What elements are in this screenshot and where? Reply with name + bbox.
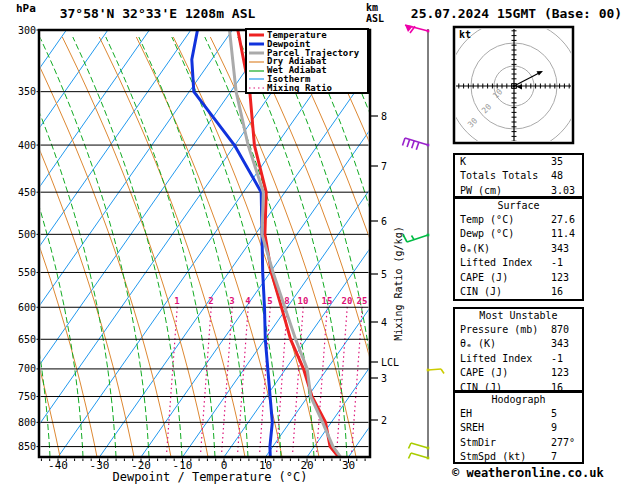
- table-row: Pressure (mb)870: [455, 323, 582, 337]
- wind-barb-barb40: [403, 138, 430, 150]
- pressure-tick-label: 850: [18, 441, 36, 452]
- mixing-ratio-value: 10: [298, 296, 309, 306]
- wet-adiabat-line: [205, 37, 314, 457]
- legend-item-label: Mixing Ratio: [267, 84, 332, 93]
- row-label: CAPE (J): [460, 272, 508, 283]
- km-tick-label: 4: [381, 317, 387, 328]
- row-label: SREH: [460, 422, 484, 433]
- wet-adiabat-line: [139, 37, 248, 457]
- row-label: Dewp (°C): [460, 228, 514, 239]
- table-row: K35: [455, 155, 582, 169]
- pressure-tick-label: 600: [18, 302, 36, 313]
- wet-adiabat-line: [40, 37, 149, 457]
- legend-line-sample: [249, 41, 264, 47]
- legend-line-sample: [249, 68, 264, 74]
- row-value: 123: [551, 366, 569, 380]
- lcl-label: LCL: [381, 357, 399, 368]
- skewt-sounding-page: { "header": { "pressure_unit": "hPa", "t…: [0, 0, 629, 486]
- dry-adiabat-line: [210, 37, 356, 457]
- row-label: Pressure (mb): [460, 324, 538, 335]
- wind-barb-barb15: [403, 234, 429, 242]
- indices-box: K35Totals Totals48PW (cm)3.03: [453, 153, 584, 198]
- legend-line-sample: [249, 59, 264, 65]
- table-row: StmSpd (kt)7: [455, 450, 582, 464]
- legend-line-sample: [249, 85, 264, 91]
- legend-line-sample: [249, 50, 264, 56]
- row-value: 48: [551, 169, 563, 183]
- dry-adiabat-line: [62, 37, 208, 457]
- row-label: Totals Totals: [460, 170, 538, 181]
- row-label: PW (cm): [460, 185, 502, 196]
- km-tick-label: 3: [381, 373, 387, 384]
- table-row: StmDir277°: [455, 436, 582, 450]
- chart-legend: TemperatureDewpointParcel TrajectoryDry …: [245, 28, 369, 94]
- row-label: CAPE (J): [460, 367, 508, 378]
- table-row: Temp (°C)27.6: [455, 213, 582, 227]
- row-label: Temp (°C): [460, 214, 514, 225]
- dry-adiabat-line: [321, 37, 467, 457]
- pressure-tick-label: 700: [18, 363, 36, 374]
- row-value: -1: [551, 352, 563, 366]
- table-row: CAPE (J)123: [455, 366, 582, 380]
- mixing-ratio-value: 5: [267, 296, 272, 306]
- table-row: Lifted Index-1: [455, 352, 582, 366]
- row-value: 277°: [551, 436, 575, 450]
- series-parcel-trajectory: [230, 30, 341, 457]
- indices-box-most-unstable: Most UnstablePressure (mb)870θₑ (K)343Li…: [453, 307, 584, 392]
- mixing-ratio-value: 15: [322, 296, 333, 306]
- row-value: 123: [551, 271, 569, 285]
- wind-barb-stub5: [409, 453, 430, 459]
- km-tick-label: 6: [381, 216, 387, 227]
- wind-barb-stubRight: [427, 369, 444, 374]
- dry-adiabat-line: [99, 37, 245, 457]
- row-value: 343: [551, 337, 569, 351]
- indices-box-hodograph: HodographEH5SREH9StmDir277°StmSpd (kt)7: [453, 391, 584, 464]
- row-value: 7: [551, 450, 557, 464]
- row-value: 27.6: [551, 213, 575, 227]
- pressure-tick-label: 300: [18, 25, 36, 36]
- indices-box-title: Surface: [455, 199, 582, 213]
- pressure-tick-label: 400: [18, 140, 36, 151]
- table-row: θₑ (K)343: [455, 337, 582, 351]
- wet-adiabat-line: [337, 37, 446, 457]
- row-label: Lifted Index: [460, 257, 532, 268]
- pressure-tick-label: 350: [18, 86, 36, 97]
- dry-adiabat-line: [0, 37, 97, 457]
- indices-box-title: Most Unstable: [455, 309, 582, 323]
- mixing-ratio-line: [167, 306, 178, 452]
- row-value: 343: [551, 242, 569, 256]
- row-label: θₑ(K): [460, 243, 490, 254]
- row-value: -1: [551, 256, 563, 270]
- km-tick-label: 5: [381, 269, 387, 280]
- mixing-ratio-value: 20: [342, 296, 353, 306]
- table-row: Dewp (°C)11.4: [455, 227, 582, 241]
- pressure-tick-label: 650: [18, 334, 36, 345]
- table-row: CIN (J)16: [455, 285, 582, 299]
- row-label: CIN (J): [460, 286, 502, 297]
- km-tick-label: 8: [381, 111, 387, 122]
- mixing-ratio-value: 4: [245, 296, 251, 306]
- km-tick-label: 7: [381, 161, 387, 172]
- row-value: 16: [551, 285, 563, 299]
- row-value: 5: [551, 407, 557, 421]
- row-label: θₑ (K): [460, 338, 496, 349]
- row-label: StmDir: [460, 437, 496, 448]
- table-row: Lifted Index-1: [455, 256, 582, 270]
- table-row: CAPE (J)123: [455, 271, 582, 285]
- table-row: PW (cm)3.03: [455, 184, 582, 198]
- wet-adiabat-line: [0, 37, 17, 457]
- pressure-tick-label: 750: [18, 391, 36, 402]
- wind-barb-stub5: [409, 443, 430, 449]
- isotherm-line: [0, 30, 108, 457]
- pressure-tick-label: 550: [18, 267, 36, 278]
- wet-adiabat-line: [304, 37, 413, 457]
- legend-line-sample: [249, 32, 264, 38]
- table-row: EH5: [455, 407, 582, 421]
- hodograph-unit-label: kt: [459, 29, 471, 40]
- mixing-ratio-value: 1: [174, 296, 179, 306]
- mixing-ratio-value: 2: [208, 296, 213, 306]
- row-label: StmSpd (kt): [460, 451, 526, 462]
- indices-box-surface: SurfaceTemp (°C)27.6Dewp (°C)11.4θₑ(K)34…: [453, 197, 584, 301]
- row-label: Lifted Index: [460, 353, 532, 364]
- wet-adiabat-line: [238, 37, 347, 457]
